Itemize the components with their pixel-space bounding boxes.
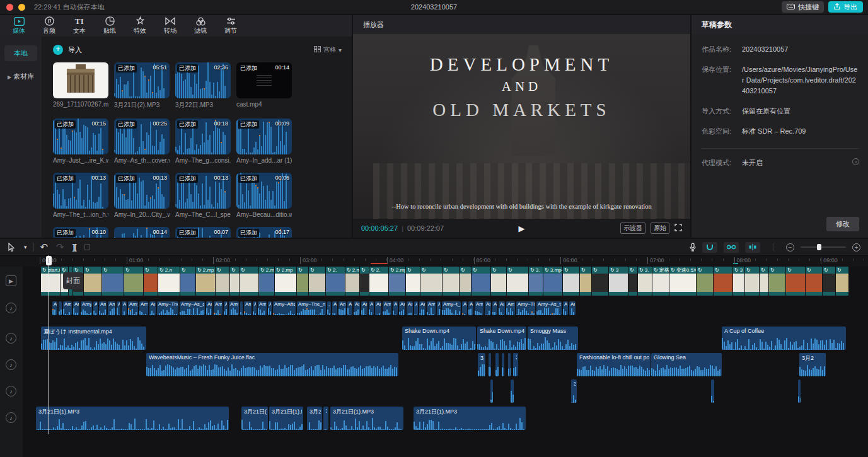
media-item[interactable]: 已添加00:15Amy–Just_...ire_K.wav — [53, 119, 108, 164]
audio-clip[interactable]: Amy–T — [506, 301, 515, 315]
audio-track-icon[interactable]: ♪ — [6, 359, 16, 370]
music-clip[interactable]: WavebeatsMusic – Fresh Funky Juice.flac — [146, 353, 398, 376]
audio-clip[interactable]: Amy–T — [475, 301, 483, 315]
video-clip[interactable]: ↻ — [745, 267, 759, 296]
music-clip[interactable]: Glowing Sea — [651, 353, 722, 376]
playhead-handle[interactable] — [46, 256, 52, 265]
audio-clip[interactable]: Amy — [139, 301, 148, 315]
undo-icon[interactable]: ↶ — [40, 241, 49, 253]
close-window-button[interactable] — [6, 4, 13, 11]
media-item[interactable]: 已添加00:10 — [53, 227, 108, 238]
music-clip[interactable] — [489, 353, 491, 376]
audio-clip[interactable]: Am — [244, 301, 252, 315]
video-clip[interactable]: ↻变速0.5X — [669, 267, 696, 296]
video-clip[interactable]: ↻ — [697, 267, 713, 296]
video-clip[interactable]: ↻ — [124, 267, 143, 296]
music-clip[interactable]: 夏ぼうけ Instrumental.mp4 — [41, 327, 146, 350]
video-clip[interactable]: ↻ — [309, 267, 325, 296]
video-track-icon[interactable]: ▶ — [6, 275, 16, 286]
media-item[interactable]: 已添加00:25Amy–As_th...cover.wav — [114, 119, 170, 164]
chevron-down-icon[interactable]: ▾ — [24, 244, 27, 250]
media-item[interactable]: 已添加00:17 — [236, 227, 292, 238]
sidebar-item-library[interactable]: ▶素材库 — [4, 69, 37, 84]
audio-clip[interactable]: Amy–t_is — [442, 301, 461, 315]
audio-clip[interactable]: Amy–The_new_ — [297, 301, 326, 315]
audio-clip[interactable]: An — [492, 301, 497, 315]
import-button[interactable]: + 导入 — [53, 43, 352, 57]
fullscreen-icon[interactable] — [674, 223, 682, 234]
minimize-window-button[interactable] — [18, 4, 25, 11]
delete-icon[interactable] — [84, 244, 90, 250]
music-clip[interactable]: 3月2 — [307, 407, 322, 430]
tab-media[interactable]: 媒体 — [4, 16, 34, 35]
video-clip[interactable]: ↻ — [760, 267, 768, 296]
media-item[interactable]: 已添加00:09Amy–In_add...ar (1).wav — [236, 119, 292, 164]
tab-filters[interactable]: 滤镜 — [185, 16, 216, 35]
auto-split-toggle[interactable] — [745, 242, 760, 253]
audio-clip[interactable]: Amy- — [427, 301, 436, 315]
timeline-zoom-slider[interactable] — [801, 246, 846, 248]
video-clip[interactable]: ↻ — [806, 267, 822, 296]
audio-clip[interactable]: Am — [339, 301, 346, 315]
audio-clip[interactable]: Am — [375, 301, 381, 315]
audio-clip[interactable]: Amy — [128, 301, 138, 315]
audio-clip[interactable]: Am — [149, 301, 156, 315]
video-clip[interactable]: ↻2.m — [259, 267, 274, 296]
audio-clip[interactable]: An — [563, 301, 568, 315]
music-clip[interactable]: 3 — [513, 353, 518, 376]
video-preview[interactable]: DEVELOPMENT AND OLD MARKETS --How to rec… — [353, 34, 690, 219]
audio-clip[interactable]: Amy–After — [273, 301, 296, 315]
video-clip[interactable]: ↻ — [714, 267, 732, 296]
select-tool-icon[interactable] — [8, 243, 16, 252]
video-clip[interactable]: ↻2. — [369, 267, 388, 296]
audio-clip[interactable]: Am — [399, 301, 405, 315]
video-clip[interactable]: ↻ — [769, 267, 785, 296]
video-clip[interactable]: ↻ — [786, 267, 805, 296]
redo-icon[interactable]: ↷ — [56, 241, 64, 253]
music-clip[interactable] — [502, 353, 504, 376]
video-clip[interactable]: ↻ — [563, 267, 579, 296]
tab-sticker[interactable]: 贴纸 — [95, 16, 125, 35]
audio-clip[interactable]: A — [122, 301, 127, 315]
export-button[interactable]: 导出 — [828, 1, 863, 13]
video-clip[interactable]: ↻ — [144, 267, 158, 296]
timeline-ruler[interactable]: 00:0001:0002:0003:0004:0005:0006:0007:00… — [23, 256, 868, 267]
audio-clip[interactable]: An — [361, 301, 367, 315]
music-clip[interactable]: Fashionable lo-fi chill out pop(115 — [577, 353, 651, 376]
link-preview-toggle[interactable] — [724, 242, 739, 253]
tab-transitions[interactable]: 转场 — [155, 16, 185, 35]
video-clip[interactable]: ↻3. — [529, 267, 543, 296]
video-clip[interactable]: ↻ — [592, 267, 608, 296]
music-clip[interactable]: 3月21日(1).MP3 — [36, 407, 229, 430]
video-clip[interactable]: ↻ — [420, 267, 442, 296]
video-clip[interactable]: ↻3 — [609, 267, 628, 296]
audio-clip[interactable]: A — [117, 301, 120, 315]
media-item[interactable]: 已添加00:13Amy–In_20...City_.wav — [114, 173, 170, 218]
video-clip[interactable]: ↻3. — [638, 267, 652, 296]
music-clip[interactable]: 3月2 — [799, 353, 826, 376]
audio-clip[interactable]: A — [414, 301, 418, 315]
zoom-out-icon[interactable]: − — [786, 243, 794, 252]
music-clip[interactable]: Shake Down.mp4 — [477, 327, 526, 350]
media-item[interactable]: 00:14 — [114, 227, 170, 238]
tab-text[interactable]: TI文本 — [64, 16, 95, 35]
tab-audio[interactable]: 音频 — [34, 16, 64, 35]
music-clip[interactable]: 3月21日(1).MP3 — [269, 407, 303, 430]
video-clip[interactable]: ↻start.i — [41, 267, 60, 296]
music-clip[interactable] — [495, 353, 499, 376]
view-mode-toggle[interactable]: 宫格 ▾ — [314, 45, 342, 54]
audio-clip[interactable]: Amy- — [383, 301, 391, 315]
audio-clip[interactable]: Amy- — [258, 301, 267, 315]
audio-clip[interactable]: A — [332, 301, 337, 315]
media-item[interactable]: 已添加00:07 — [175, 227, 231, 238]
video-clip[interactable]: ↻3 — [733, 267, 744, 296]
video-clip[interactable]: ↻2.mp4 — [345, 267, 359, 296]
video-clip[interactable]: ↻ — [180, 267, 195, 296]
music-clip[interactable]: 3月21日(1).MP3 — [414, 407, 526, 430]
video-clip[interactable]: ↻ — [580, 267, 591, 296]
audio-clip[interactable]: A — [52, 301, 57, 315]
audio-clip[interactable]: Amy- — [485, 301, 491, 315]
audio-clip[interactable]: Amy–The_ — [157, 301, 178, 315]
audio-clip[interactable] — [59, 301, 62, 315]
media-item[interactable]: 已添加00:18Amy–The_g...consi.wav — [175, 119, 231, 164]
